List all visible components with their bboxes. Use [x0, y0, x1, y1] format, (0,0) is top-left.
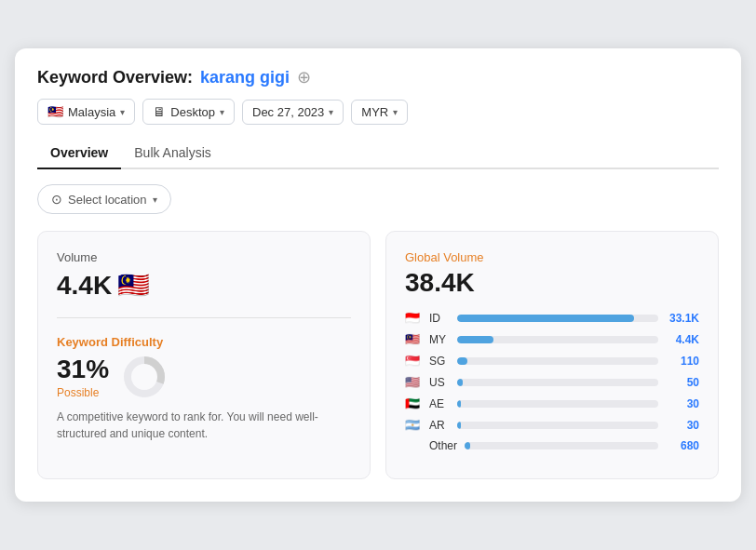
currency-chevron-icon: ▾: [393, 107, 398, 117]
select-location-button[interactable]: ⊙ Select location ▾: [37, 184, 171, 214]
country-list: 🇮🇩 ID 33.1K 🇲🇾 MY 4.4K 🇸🇬 SG 110 🇺🇸 US: [405, 311, 699, 432]
volume-number: 4.4K: [57, 271, 112, 301]
volume-flag: 🇲🇾: [117, 270, 150, 301]
currency-selector[interactable]: MYR ▾: [351, 100, 408, 125]
global-volume-value: 38.4K: [405, 268, 699, 298]
other-row: Other 680: [405, 439, 699, 452]
volume-label: Volume: [57, 250, 351, 264]
country-row: 🇦🇷 AR 30: [405, 418, 699, 432]
country-bar-bg: [457, 357, 658, 365]
device-label: Desktop: [170, 105, 215, 119]
header: Keyword Overview: karang gigi ⊕: [37, 67, 719, 87]
add-keyword-icon[interactable]: ⊕: [297, 67, 311, 87]
country-bar-fill: [457, 422, 461, 429]
currency-label: MYR: [361, 105, 388, 119]
device-selector[interactable]: 🖥 Desktop ▾: [142, 99, 235, 125]
country-flag-icon: 🇲🇾: [405, 332, 422, 346]
country-value: 30: [666, 419, 699, 432]
kd-description: A competitive keyword to rank for. You w…: [57, 409, 351, 442]
country-row: 🇺🇸 US 50: [405, 375, 699, 389]
country-value: 4.4K: [666, 333, 699, 346]
country-flag-icon: 🇦🇪: [405, 396, 422, 410]
tab-overview[interactable]: Overview: [37, 138, 121, 169]
date-selector[interactable]: Dec 27, 2023 ▾: [242, 100, 344, 125]
country-bar-fill: [457, 400, 461, 408]
country-code: MY: [429, 333, 450, 346]
country-row: 🇸🇬 SG 110: [405, 354, 699, 368]
country-label: Malaysia: [68, 105, 115, 119]
country-chevron-icon: ▾: [120, 107, 125, 117]
device-chevron-icon: ▾: [220, 107, 224, 117]
country-value: 30: [666, 397, 699, 410]
country-bar-bg: [457, 336, 658, 343]
right-panel: Global Volume 38.4K 🇮🇩 ID 33.1K 🇲🇾 MY 4.…: [385, 231, 719, 479]
country-flag-icon: 🇦🇷: [405, 418, 422, 432]
country-row: 🇲🇾 MY 4.4K: [405, 332, 699, 346]
country-bar-fill: [457, 315, 634, 322]
volume-value: 4.4K 🇲🇾: [57, 270, 351, 301]
select-location-label: Select location: [68, 193, 147, 207]
country-bar-bg: [457, 379, 658, 386]
country-selector[interactable]: 🇲🇾 Malaysia ▾: [37, 99, 135, 125]
toolbar: 🇲🇾 Malaysia ▾ 🖥 Desktop ▾ Dec 27, 2023 ▾…: [37, 99, 719, 125]
country-bar-bg: [457, 422, 658, 429]
kd-donut-chart: [122, 355, 167, 399]
left-panel: Volume 4.4K 🇲🇾 Keyword Difficulty 31% Po…: [37, 231, 371, 479]
country-value: 33.1K: [666, 312, 699, 325]
country-row: 🇦🇪 AE 30: [405, 396, 699, 410]
other-label: Other: [429, 439, 457, 452]
tab-bulk-analysis[interactable]: Bulk Analysis: [121, 138, 223, 169]
country-flag-icon: 🇺🇸: [405, 375, 422, 389]
country-bar-fill: [457, 357, 467, 365]
date-chevron-icon: ▾: [329, 107, 333, 117]
other-value: 680: [666, 439, 699, 452]
country-value: 110: [666, 355, 699, 368]
header-title-static: Keyword Overview:: [37, 68, 193, 87]
country-bar-fill: [457, 336, 493, 343]
country-code: ID: [429, 312, 450, 325]
kd-label: Keyword Difficulty: [57, 335, 351, 349]
header-title-keyword: karang gigi: [200, 68, 290, 87]
kd-sublabel: Possible: [57, 386, 109, 399]
date-label: Dec 27, 2023: [252, 105, 324, 119]
country-flag-icon: 🇮🇩: [405, 311, 422, 325]
tabs: Overview Bulk Analysis: [37, 138, 719, 169]
other-bar-bg: [465, 442, 658, 449]
kd-row: 31% Possible: [57, 355, 351, 399]
country-flag-icon: 🇸🇬: [405, 354, 422, 368]
location-chevron-icon: ▾: [153, 195, 157, 205]
other-bar-fill: [465, 442, 470, 449]
monitor-icon: 🖥: [153, 104, 166, 119]
country-code: AR: [429, 419, 450, 432]
country-bar-fill: [457, 379, 463, 386]
kd-value: 31%: [57, 355, 109, 384]
country-code: AE: [429, 397, 450, 410]
country-bar-bg: [457, 315, 658, 322]
country-flag: 🇲🇾: [47, 104, 63, 119]
country-value: 50: [666, 376, 699, 389]
country-code: SG: [429, 355, 450, 368]
main-card: Keyword Overview: karang gigi ⊕ 🇲🇾 Malay…: [15, 48, 741, 502]
content-grid: Volume 4.4K 🇲🇾 Keyword Difficulty 31% Po…: [37, 231, 719, 479]
divider: [57, 317, 351, 318]
country-bar-bg: [457, 400, 658, 408]
country-code: US: [429, 376, 450, 389]
country-row: 🇮🇩 ID 33.1K: [405, 311, 699, 325]
global-volume-label: Global Volume: [405, 250, 699, 264]
location-icon: ⊙: [51, 192, 62, 207]
